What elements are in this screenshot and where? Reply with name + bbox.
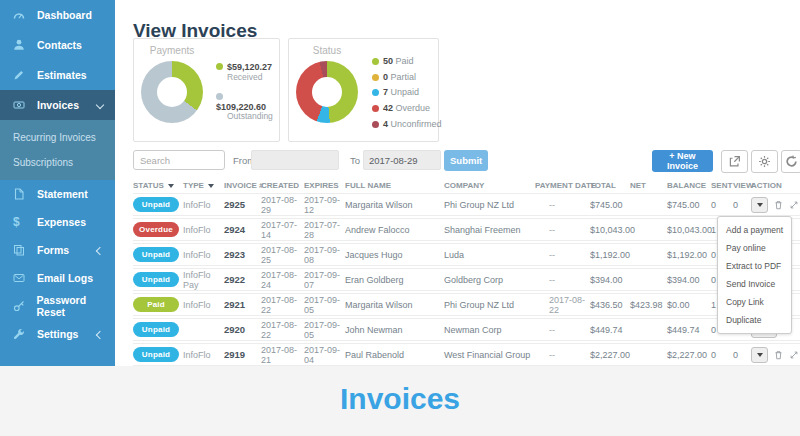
legend-label: Paid — [396, 56, 414, 66]
status-badge: Unpaid — [133, 197, 179, 212]
status-badge: Unpaid — [133, 247, 179, 262]
sidebar-item-recurring-invoices[interactable]: Recurring Invoices — [0, 125, 115, 150]
document-icon — [13, 188, 29, 200]
legend-dot-overdue — [372, 105, 379, 112]
expand-icon[interactable] — [789, 350, 799, 360]
submit-button[interactable]: Submit — [444, 150, 488, 171]
from-date-input[interactable] — [251, 150, 339, 170]
expand-icon[interactable] — [789, 200, 799, 210]
column-header-company: COMPANY — [444, 181, 535, 190]
key-icon — [13, 300, 28, 312]
to-label: To — [350, 155, 360, 166]
column-header-net: NET — [630, 181, 667, 190]
sidebar-item-subscriptions[interactable]: Subscriptions — [0, 150, 115, 175]
export-button[interactable] — [721, 150, 748, 173]
action-dropdown-menu: Add a payment Pay online Extract to PDF … — [717, 216, 792, 334]
main-content: View Invoices Payments $59,120.27 Receiv… — [115, 0, 800, 366]
invoice-number: 2923 — [224, 249, 261, 260]
sidebar-item-password-reset[interactable]: Password Reset — [0, 292, 115, 320]
sidebar-item-invoices[interactable]: Invoices — [0, 90, 115, 120]
status-badge: Paid — [133, 297, 179, 312]
table-row: Unpaid InfoFlo 2919 2017-08-21 2017-09-0… — [133, 343, 800, 366]
table-header-row: STATUS TYPE INVOICE # CREATED EXPIRES FU… — [133, 178, 800, 193]
payment-date: -- — [535, 200, 590, 210]
invoice-type: InfoFlo — [183, 250, 224, 260]
menu-item-send-invoice[interactable]: Send Invoice — [718, 275, 791, 293]
company-name: Phi Group NZ Ltd — [444, 200, 535, 210]
menu-item-duplicate[interactable]: Duplicate — [718, 311, 791, 329]
invoices-table: STATUS TYPE INVOICE # CREATED EXPIRES FU… — [133, 178, 800, 368]
legend-label: Unpaid — [391, 87, 420, 97]
total-amount: $2,227.00 — [590, 350, 630, 360]
delete-icon[interactable] — [773, 349, 784, 361]
sidebar-item-statement[interactable]: Statement — [0, 180, 115, 208]
net-amount: $423.98 — [630, 300, 667, 310]
table-row: Unpaid InfoFlo 2923 2017-08-25 2017-09-0… — [133, 243, 800, 266]
sidebar-item-dashboard[interactable]: Dashboard — [0, 0, 115, 30]
column-header-expires: EXPIRES — [304, 181, 345, 190]
full-name: Margarita Wilson — [345, 200, 444, 210]
caret-down-icon — [757, 353, 763, 357]
menu-item-copy-link[interactable]: Copy Link — [718, 293, 791, 311]
payment-date: 2017-08-22 — [535, 295, 590, 315]
legend-label: Partial — [391, 72, 417, 82]
app-window: Dashboard Contacts Estimates Invoices Re… — [0, 0, 800, 436]
invoice-number: 2920 — [224, 324, 261, 335]
legend-label: Unconfirmed — [391, 119, 442, 129]
sidebar-item-estimates[interactable]: Estimates — [0, 60, 115, 90]
sidebar-item-email-logs[interactable]: Email Logs — [0, 264, 115, 292]
view-count: 0 — [733, 350, 751, 360]
sidebar-item-settings[interactable]: Settings — [0, 320, 115, 348]
wrench-icon — [13, 328, 29, 340]
expires-date: 2017-09-05 — [304, 320, 345, 340]
legend-count: 50 — [383, 56, 393, 66]
menu-item-pay-online[interactable]: Pay online — [718, 239, 791, 257]
new-invoice-button[interactable]: + New Invoice — [652, 150, 713, 172]
sidebar-item-forms[interactable]: Forms — [0, 236, 115, 264]
to-date-input[interactable] — [363, 150, 441, 170]
created-date: 2017-08-22 — [261, 320, 304, 340]
total-amount: $436.50 — [590, 300, 630, 310]
sidebar-item-expenses[interactable]: $ Expenses — [0, 208, 115, 236]
invoice-number: 2921 — [224, 299, 261, 310]
invoice-number: 2925 — [224, 199, 261, 210]
table-row: Unpaid InfoFlo 2925 2017-08-29 2017-09-1… — [133, 193, 800, 216]
legend-item: 0 Partial — [372, 73, 442, 82]
legend-item: 50 Paid — [372, 57, 442, 66]
action-dropdown-button[interactable] — [751, 197, 768, 213]
full-name: Eran Goldberg — [345, 275, 444, 285]
gear-icon — [758, 155, 771, 168]
expires-date: 2017-07-28 — [304, 220, 345, 240]
payments-donut-chart — [141, 61, 203, 123]
sidebar-item-contacts[interactable]: Contacts — [0, 30, 115, 60]
table-row: Unpaid InfoFlo Pay 2922 2017-08-24 2017-… — [133, 268, 800, 291]
column-header-payment-date: PAYMENT DATE — [535, 181, 590, 190]
delete-icon[interactable] — [773, 199, 784, 211]
settings-button[interactable] — [751, 150, 778, 173]
search-input[interactable] — [133, 150, 225, 170]
created-date: 2017-08-21 — [261, 345, 304, 365]
view-count: 0 — [733, 200, 751, 210]
legend-dot-outstanding — [216, 93, 223, 100]
status-filter-caret[interactable] — [168, 184, 174, 188]
refresh-button[interactable] — [781, 150, 800, 173]
status-badge: Unpaid — [133, 322, 179, 337]
company-name: Phi Group NZ Ltd — [444, 300, 535, 310]
chevron-down-icon — [96, 101, 104, 109]
full-name: Andrew Falocco — [345, 225, 444, 235]
caption-band: Invoices — [0, 366, 800, 436]
invoice-number: 2922 — [224, 274, 261, 285]
legend-dot-paid — [372, 58, 379, 65]
column-header-action: ACTION — [751, 181, 799, 190]
sidebar-subitem-label: Recurring Invoices — [13, 132, 96, 143]
menu-item-add-payment[interactable]: Add a payment — [718, 221, 791, 239]
type-filter-caret[interactable] — [208, 184, 214, 188]
sent-count: 0 — [711, 350, 733, 360]
chevron-left-icon — [96, 247, 104, 255]
balance-amount: $449.74 — [667, 325, 711, 335]
column-header-created: CREATED — [261, 181, 304, 190]
action-dropdown-button[interactable] — [751, 347, 768, 363]
balance-amount: $10,043.00 — [667, 225, 711, 235]
menu-item-extract-pdf[interactable]: Extract to PDF — [718, 257, 791, 275]
payments-card-title: Payments — [150, 45, 194, 56]
